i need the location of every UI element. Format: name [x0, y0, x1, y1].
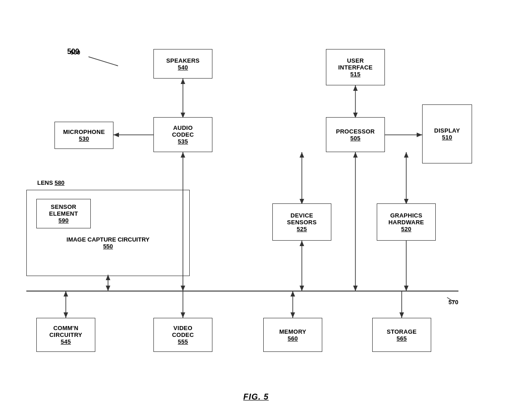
storage-num: 565: [397, 335, 407, 342]
svg-line-1: [89, 57, 118, 66]
storage-block: STORAGE 565: [372, 318, 431, 352]
graphics-hardware-num: 520: [401, 226, 411, 232]
sensor-element-num: 590: [59, 217, 69, 224]
microphone-block: MICROPHONE 530: [54, 122, 113, 149]
commn-circuitry-block: COMM'NCIRCUITRY 545: [36, 318, 95, 352]
svg-marker-13: [417, 133, 422, 137]
svg-marker-27: [404, 286, 409, 291]
video-codec-block: VIDEOCODEC 555: [153, 318, 212, 352]
device-sensors-label: DEVICESENSORS: [287, 212, 316, 226]
icc-label-container: IMAGE CAPTURE CIRCUITRY 550: [31, 236, 185, 250]
svg-marker-10: [113, 133, 119, 137]
svg-marker-41: [290, 291, 295, 296]
svg-marker-22: [404, 152, 409, 158]
ref-570: 570: [448, 299, 458, 306]
svg-marker-33: [181, 152, 185, 158]
svg-marker-4: [353, 85, 358, 91]
display-label: DISPLAY: [434, 127, 460, 134]
svg-marker-15: [353, 286, 358, 291]
sensor-element-label: SENSORELEMENT: [49, 203, 78, 217]
microphone-label: MICROPHONE: [63, 128, 105, 135]
svg-marker-29: [106, 286, 110, 291]
display-num: 510: [442, 134, 452, 141]
user-interface-label: USERINTERFACE: [338, 57, 373, 71]
svg-marker-40: [290, 312, 295, 318]
device-sensors-block: DEVICESENSORS 525: [272, 203, 331, 241]
speakers-block: SPEAKERS 540: [153, 49, 212, 79]
commn-circuitry-num: 545: [61, 338, 71, 345]
audio-codec-num: 535: [178, 138, 188, 145]
user-interface-num: 515: [350, 71, 360, 78]
processor-num: 505: [350, 135, 360, 142]
memory-block: MEMORY 560: [263, 318, 322, 352]
speakers-label: SPEAKERS: [166, 57, 200, 64]
commn-circuitry-label: COMM'NCIRCUITRY: [49, 325, 83, 338]
svg-marker-25: [300, 241, 304, 246]
icc-num: 550: [31, 243, 185, 250]
graphics-hardware-block: GRAPHICSHARDWARE 520: [377, 203, 436, 241]
sensor-element-block: SENSORELEMENT 590: [36, 199, 91, 228]
ref-500: 500: [67, 48, 79, 56]
svg-marker-38: [181, 312, 185, 318]
user-interface-block: USERINTERFACE 515: [326, 49, 385, 85]
fig-label: FIG. 5: [243, 392, 269, 402]
memory-num: 560: [288, 335, 298, 342]
graphics-hardware-label: GRAPHICSHARDWARE: [389, 212, 424, 226]
lens-num: 580: [54, 179, 64, 186]
svg-marker-35: [64, 312, 68, 318]
speakers-num: 540: [178, 64, 188, 71]
svg-marker-24: [300, 286, 304, 291]
processor-block: PROCESSOR 505: [326, 117, 385, 152]
video-codec-num: 555: [178, 338, 188, 345]
icc-label: IMAGE CAPTURE CIRCUITRY: [31, 236, 185, 243]
audio-codec-label: AUDIOCODEC: [172, 124, 194, 138]
memory-label: MEMORY: [279, 328, 306, 335]
audio-codec-block: AUDIOCODEC 535: [153, 117, 212, 152]
svg-marker-36: [64, 291, 68, 296]
device-sensors-num: 525: [297, 226, 307, 232]
microphone-num: 530: [79, 135, 89, 142]
storage-label: STORAGE: [387, 328, 417, 335]
svg-marker-32: [181, 286, 185, 291]
svg-marker-16: [353, 152, 358, 158]
svg-marker-43: [399, 312, 404, 318]
svg-marker-7: [181, 79, 185, 84]
diagram-container: 500: [0, 0, 512, 420]
display-block: DISPLAY 510: [422, 104, 472, 163]
svg-marker-19: [300, 152, 304, 158]
lens-label: LENS 580: [37, 179, 64, 186]
processor-label: PROCESSOR: [336, 128, 374, 135]
video-codec-label: VIDEOCODEC: [172, 325, 194, 338]
